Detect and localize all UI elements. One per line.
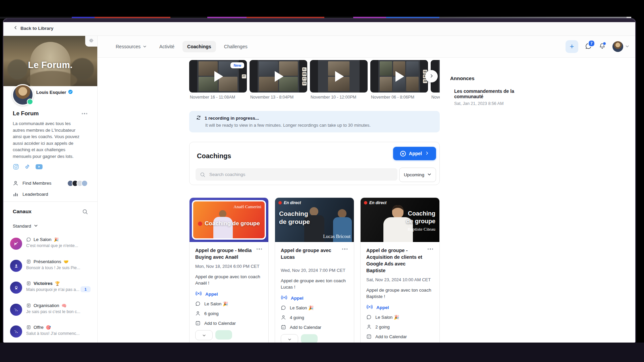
new-badge: New xyxy=(230,62,244,68)
post-doc-icon xyxy=(26,325,31,330)
notifications-button[interactable] xyxy=(599,43,606,51)
tab-activite[interactable]: Activité xyxy=(155,41,179,52)
event-channel-link[interactable]: Le Salon 🎉 xyxy=(195,301,263,306)
tab-challenges[interactable]: Challenges xyxy=(219,41,252,52)
sidebar-divider xyxy=(3,201,97,202)
event-more-options-button[interactable] xyxy=(341,247,348,251)
coaching-cover[interactable]: En direct Coaching de groupe Lucas Brico… xyxy=(275,198,354,242)
owner-avatar[interactable] xyxy=(12,84,34,106)
channel-preview: Mais pourquoi je n'ai pas a... xyxy=(26,287,79,292)
participant-initials: PT xyxy=(242,74,246,78)
event-channel-link[interactable]: Le Salon 🎉 xyxy=(366,314,434,320)
instagram-icon[interactable] xyxy=(13,164,19,170)
event-title[interactable]: Appel de groupe - Acquisition de clients… xyxy=(366,247,424,274)
add-to-calendar-label: Add to Calendar xyxy=(204,321,236,326)
sidebar-item-channel-victoires[interactable]: Victoires 🏆 Mais pourquoi je n'ai pas a.… xyxy=(10,281,91,300)
event-call-link[interactable]: Appel xyxy=(281,295,348,301)
sidebar-item-leaderboard[interactable]: Leaderboard xyxy=(13,191,88,197)
call-link-label: Appel xyxy=(291,296,304,301)
create-button[interactable]: + xyxy=(566,40,578,53)
community-name-heading: Le Forum xyxy=(13,110,39,117)
event-channel-label: Le Salon 🎉 xyxy=(375,315,399,320)
sidebar-item-find-members[interactable]: Find Membres xyxy=(13,180,88,186)
recording-video-thumbnail[interactable]: PT New xyxy=(189,60,247,93)
event-call-link[interactable]: Appel xyxy=(195,291,263,297)
coaching-cover[interactable]: En direct Coaching de groupe Baptiste Ci… xyxy=(361,198,439,242)
event-description: Appel de groupe avec ton coach Lucas ! xyxy=(281,278,348,290)
search-coachings-input[interactable] xyxy=(209,172,378,177)
rsvp-button[interactable] xyxy=(281,334,298,343)
coaching-cover[interactable]: Anaël Camerini Coaching de groupe xyxy=(190,198,268,242)
cover-speaker-name: Lucas Bricout xyxy=(323,234,351,239)
community-cover-title: Le Forum. xyxy=(3,60,97,70)
sidebar-item-channel-presentations[interactable]: Présentations 🤝 Bonsoir à tous ! Je suis… xyxy=(10,259,91,279)
play-icon xyxy=(335,71,344,82)
event-channel-label: Le Salon 🎉 xyxy=(204,301,228,306)
sidebar-item-channel-organisation[interactable]: 2 Organisation 🧠 Je sais pas si c'est le… xyxy=(10,303,91,322)
top-bar: Back to Library xyxy=(3,22,635,36)
community-more-options-button[interactable] xyxy=(81,112,88,116)
going-toggle-button[interactable] xyxy=(301,334,318,343)
chat-bubble-icon xyxy=(366,314,372,320)
live-badge: En direct xyxy=(284,200,301,205)
svg-text:2: 2 xyxy=(15,330,16,333)
live-dot-icon xyxy=(400,151,406,157)
event-title[interactable]: Appel de groupe - Media Buying avec Anaë… xyxy=(195,247,253,260)
chevron-down-icon xyxy=(625,44,629,50)
recording-date: Novem xyxy=(431,95,440,100)
event-more-options-button[interactable] xyxy=(256,247,263,251)
desktop-bottom-bar xyxy=(0,343,644,362)
sidebar-item-channel-offre[interactable]: 2 Offre 🎯 Salut à tous! J'ai commenc... xyxy=(10,325,91,343)
participant-initials: EL xyxy=(302,67,307,71)
messages-button[interactable]: 7 xyxy=(585,43,592,51)
coachings-panel: Coachings Appel Upcoming xyxy=(189,142,440,185)
recording-video-thumbnail[interactable]: EL MM PT NA xyxy=(250,60,307,93)
carousel-next-button[interactable] xyxy=(425,70,438,82)
recording-video-thumbnail[interactable]: NA BK AM xyxy=(370,60,428,93)
calendar-icon xyxy=(366,334,372,339)
add-to-calendar-button[interactable]: Add to Calendar xyxy=(366,334,434,339)
add-to-calendar-button[interactable]: Add to Calendar xyxy=(281,324,348,330)
event-title[interactable]: Appel de groupe avec Lucas xyxy=(281,247,338,260)
tab-coachings[interactable]: Coachings xyxy=(182,41,216,52)
channel-search-icon[interactable] xyxy=(82,209,88,215)
tiktok-icon[interactable] xyxy=(24,164,30,170)
window-chrome-bar xyxy=(3,19,635,22)
tab-label: Coachings xyxy=(187,44,211,49)
event-call-link[interactable]: Appel xyxy=(366,305,434,310)
event-going-count: 2 going xyxy=(375,324,390,329)
event-attendees[interactable]: 2 going xyxy=(366,324,434,329)
unread-badge: 1 xyxy=(80,286,91,292)
chevron-down-icon xyxy=(427,172,431,177)
online-status-dot xyxy=(27,99,33,105)
add-to-calendar-button[interactable]: Add to Calendar xyxy=(195,320,263,326)
tab-ressources[interactable]: Ressources xyxy=(111,41,151,52)
announcements-heading: Annonces xyxy=(450,75,544,81)
channel-emoji: 🏆 xyxy=(55,281,60,286)
back-to-library-button[interactable]: Back to Library xyxy=(13,25,53,31)
profile-menu[interactable] xyxy=(612,41,629,52)
youtube-icon[interactable] xyxy=(36,164,43,169)
coaching-card: En direct Coaching de groupe Baptiste Ci… xyxy=(360,197,440,343)
add-to-calendar-label: Add to Calendar xyxy=(290,325,321,330)
start-call-button[interactable]: Appel xyxy=(393,147,436,160)
event-datetime: Sat, Nov 23, 2024 10:00 AM CET xyxy=(366,277,434,282)
event-more-options-button[interactable] xyxy=(427,247,434,251)
announcement-date: Sat, Jan 21, 2023 8:56 AM xyxy=(454,101,544,106)
sidebar-item-channel-le-salon[interactable]: Le Salon 🎉 C'est normal que je n'ente... xyxy=(10,237,91,256)
upcoming-filter-dropdown[interactable]: Upcoming xyxy=(399,168,436,182)
cover-title: Coaching de groupe xyxy=(205,220,260,227)
event-attendees[interactable]: 4 going xyxy=(281,315,348,320)
banner-subtitle: It will be ready to view in a few minute… xyxy=(205,123,433,128)
event-channel-link[interactable]: Le Salon 🎉 xyxy=(281,305,348,310)
rsvp-button[interactable] xyxy=(195,330,213,340)
community-settings-button[interactable] xyxy=(85,36,97,47)
channel-group-toggle[interactable]: Standard xyxy=(13,224,38,229)
event-attendees[interactable]: 6 going xyxy=(195,311,263,316)
event-channel-label: Le Salon 🎉 xyxy=(290,305,314,310)
app-window: Back to Library Le Forum. Louis Esquier … xyxy=(3,19,635,343)
going-toggle-button[interactable] xyxy=(215,330,232,340)
recording-video-thumbnail[interactable] xyxy=(310,60,368,93)
member-avatar xyxy=(81,180,88,187)
announcement-item[interactable]: Les commandements de la communauté Sat, … xyxy=(454,88,544,106)
